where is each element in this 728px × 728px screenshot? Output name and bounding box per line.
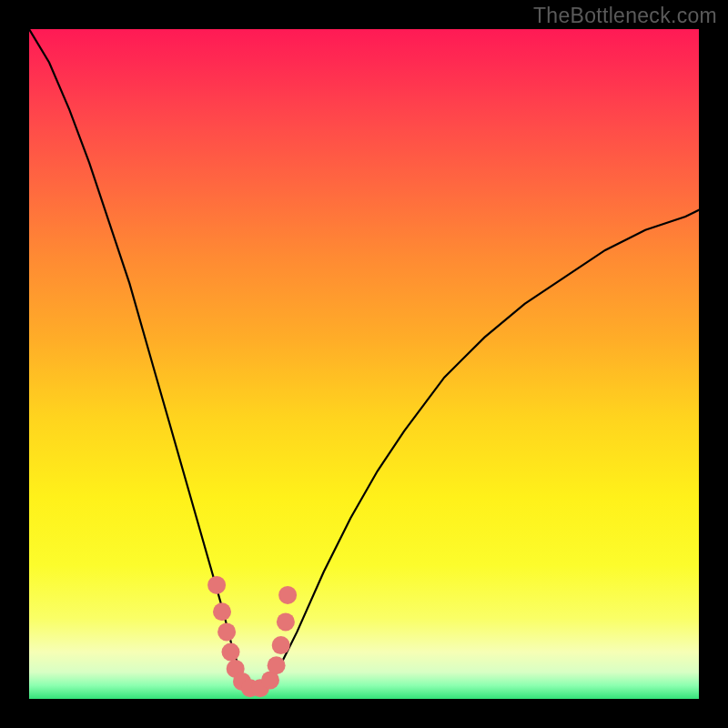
marker-dot [278,586,297,604]
curve-layer [29,29,699,699]
marker-dot [222,643,240,662]
marker-dot [272,636,290,654]
marker-dot [268,656,286,674]
bottleneck-curve [29,29,699,693]
marker-dot [207,576,226,594]
marker-dot [277,612,295,631]
plot-area [29,29,699,699]
marker-dot [217,622,236,641]
watermark-text: TheBottleneck.com [533,4,717,28]
marker-dot [213,602,231,621]
marker-dots [207,576,297,697]
chart-stage: TheBottleneck.com [0,0,728,728]
